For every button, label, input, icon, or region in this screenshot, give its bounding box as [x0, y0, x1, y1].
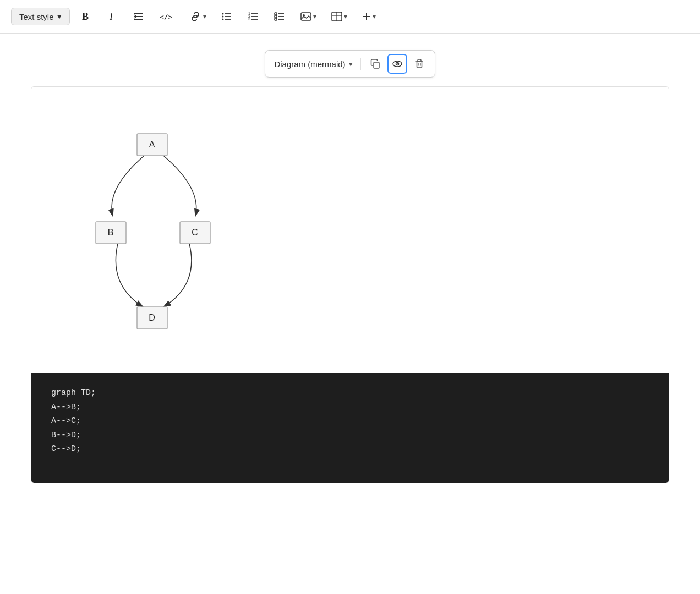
svg-rect-35	[417, 61, 422, 68]
image-chevron: ▾	[313, 13, 316, 20]
svg-rect-18	[275, 13, 277, 15]
node-c-label: C	[192, 228, 198, 237]
table-chevron: ▾	[344, 13, 347, 20]
bold-icon[interactable]: B	[75, 8, 96, 25]
indent-icon[interactable]	[128, 8, 149, 25]
svg-point-6	[222, 13, 223, 15]
main-content: Diagram (mermaid) ▾	[0, 34, 700, 483]
plus-chevron: ▾	[373, 13, 376, 20]
svg-point-7	[222, 16, 223, 18]
svg-rect-31	[374, 62, 379, 68]
text-style-button[interactable]: Text style ▾	[11, 8, 70, 25]
bullet-list-icon[interactable]	[216, 8, 237, 25]
svg-text:</>: </>	[160, 13, 173, 21]
text-style-chevron: ▾	[57, 12, 62, 21]
diagram-container: A B C D graph TD; A-->B; A-->C; B	[31, 86, 669, 483]
delete-button[interactable]	[409, 54, 429, 74]
code-line-3: A-->C;	[51, 414, 649, 428]
code-icon[interactable]: </>	[155, 8, 179, 25]
table-icon[interactable]: ▾	[326, 8, 352, 25]
code-line-1: graph TD;	[51, 386, 649, 400]
svg-point-8	[222, 19, 223, 20]
svg-text:B: B	[82, 11, 89, 22]
code-line-5: C-->D;	[51, 442, 649, 457]
editor-toolbar: Text style ▾ B I </> ▾	[0, 0, 700, 34]
preview-button[interactable]	[387, 54, 407, 74]
code-block: graph TD; A-->B; A-->C; B-->D; C-->D;	[31, 373, 669, 483]
toolbar-separator	[360, 58, 361, 70]
node-a-label: A	[149, 140, 155, 149]
code-line-2: A-->B;	[51, 400, 649, 415]
copy-button[interactable]	[365, 54, 385, 74]
svg-rect-20	[275, 18, 277, 20]
ordered-list-icon[interactable]: 1 2 3	[243, 8, 264, 25]
text-style-label: Text style	[19, 12, 54, 21]
diagram-type-selector[interactable]: Diagram (mermaid) ▾	[271, 58, 356, 70]
svg-text:3: 3	[248, 17, 250, 21]
node-b-label: B	[108, 228, 114, 237]
svg-point-34	[397, 63, 398, 64]
diagram-type-chevron: ▾	[349, 60, 353, 68]
svg-text:I: I	[109, 11, 113, 22]
svg-rect-19	[275, 15, 277, 18]
diagram-toolbar: Diagram (mermaid) ▾	[265, 50, 435, 78]
image-icon[interactable]: ▾	[296, 8, 321, 25]
diagram-preview: A B C D	[31, 87, 669, 373]
task-list-icon[interactable]	[269, 8, 290, 25]
code-line-4: B-->D;	[51, 428, 649, 443]
link-icon[interactable]: ▾	[184, 8, 211, 25]
diagram-type-label: Diagram (mermaid)	[274, 59, 345, 69]
link-chevron: ▾	[203, 13, 206, 20]
diagram-svg: A B C D	[53, 103, 647, 356]
plus-more-icon[interactable]: ▾	[357, 9, 380, 24]
italic-icon[interactable]: I	[102, 8, 123, 25]
node-d-label: D	[149, 313, 155, 322]
